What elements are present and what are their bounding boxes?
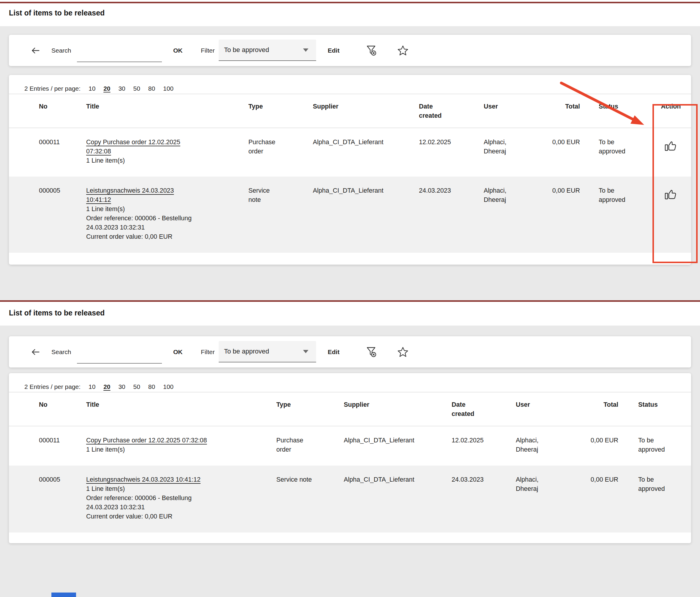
per-page-option-10[interactable]: 10 [89, 85, 95, 92]
cell-title: Leistungsnachweis 24.03.2023 10:41:12 1 … [86, 176, 248, 253]
released-items-table: No Title Type Supplier Date created User… [9, 94, 691, 253]
col-header-supplier: Supplier [313, 94, 419, 128]
back-arrow-icon[interactable] [30, 46, 41, 55]
entries-per-page-bar: 2 Entries / per page: 10 20 30 50 80 100 [9, 373, 691, 392]
cell-title: Copy Purchase order 12.02.2025 07:32:08 … [86, 128, 248, 176]
item-title-link[interactable]: Copy Purchase order 12.02.2025 07:32:08 [86, 437, 207, 444]
item-subline: 24.03.2023 10:32:31 [86, 503, 276, 512]
item-subline: 24.03.2023 10:32:31 [86, 223, 248, 232]
table-row: 000005 Leistungsnachweis 24.03.2023 10:4… [9, 465, 691, 532]
ok-button[interactable]: OK [173, 336, 183, 367]
cell-status: To be approved [620, 426, 691, 465]
col-header-type: Type [276, 392, 344, 426]
item-subline: 1 Line item(s) [86, 484, 276, 494]
edit-button[interactable]: Edit [328, 35, 340, 66]
col-header-total: Total [565, 392, 620, 426]
clear-filter-icon[interactable] [365, 44, 378, 57]
item-title-link[interactable]: 10:41:12 [86, 196, 111, 204]
approve-thumbs-up-button[interactable] [664, 139, 678, 153]
items-table-card: 2 Entries / per page: 10 20 30 50 80 100… [9, 373, 691, 543]
toolbar: Search OK Filter To be approved Edit [9, 336, 691, 367]
search-label: Search [51, 336, 71, 367]
per-page-option-50[interactable]: 50 [133, 383, 140, 390]
col-header-action: Action [651, 94, 691, 128]
entries-per-page-bar: 2 Entries / per page: 10 20 30 50 80 100 [9, 75, 691, 94]
bottom-blue-bar [51, 593, 76, 597]
per-page-option-50[interactable]: 50 [133, 85, 140, 92]
edit-button[interactable]: Edit [328, 336, 340, 367]
per-page-option-20-selected[interactable]: 20 [103, 85, 110, 92]
per-page-option-100[interactable]: 100 [163, 383, 174, 390]
back-arrow-icon[interactable] [30, 347, 41, 357]
item-title-link[interactable]: Leistungsnachweis 24.03.2023 10:41:12 [86, 476, 201, 483]
col-header-title: Title [86, 392, 276, 426]
col-header-type: Type [248, 94, 313, 128]
clear-filter-icon[interactable] [365, 345, 378, 359]
cell-no: 000005 [9, 176, 86, 253]
per-page-option-100[interactable]: 100 [163, 85, 174, 92]
cell-type: Service note [248, 176, 313, 253]
col-header-date-created: Date created [452, 392, 516, 426]
cell-total: 0,00 EUR [532, 176, 586, 253]
item-subline: 1 Line item(s) [86, 205, 248, 214]
table-header-row: No Title Type Supplier Date created User… [9, 94, 691, 128]
page-title: List of items to be released [9, 9, 105, 17]
cell-action [651, 176, 691, 253]
per-page-option-20-selected[interactable]: 20 [103, 383, 110, 390]
favorite-star-icon[interactable] [396, 345, 409, 359]
cell-action [651, 128, 691, 176]
cell-type: Purchase order [276, 426, 344, 465]
favorite-star-icon[interactable] [396, 44, 409, 57]
item-subline: Current order value: 0,00 EUR [86, 512, 276, 521]
filter-dropdown[interactable]: To be approved [219, 40, 316, 61]
item-title-link[interactable]: 07:32:08 [86, 148, 111, 155]
item-subline: Current order value: 0,00 EUR [86, 232, 248, 241]
items-table-card: 2 Entries / per page: 10 20 30 50 80 100… [9, 75, 691, 265]
col-header-user: User [516, 392, 565, 426]
col-header-no: No [9, 94, 86, 128]
table-row: 000005 Leistungsnachweis 24.03.2023 10:4… [9, 176, 691, 253]
table-row: 000011 Copy Purchase order 12.02.2025 07… [9, 128, 691, 176]
item-subline: Order reference: 000006 - Bestellung [86, 214, 248, 223]
per-page-option-80[interactable]: 80 [148, 383, 155, 390]
item-title-link[interactable]: Copy Purchase order 12.02.2025 [86, 139, 180, 146]
per-page-option-30[interactable]: 30 [118, 85, 125, 92]
cell-type: Purchase order [248, 128, 313, 176]
section-divider-line [0, 2, 700, 3]
toolbar: Search OK Filter To be approved Edit [9, 35, 691, 66]
per-page-option-10[interactable]: 10 [89, 383, 95, 390]
search-input[interactable] [77, 351, 162, 364]
cell-date-created: 24.03.2023 [452, 465, 516, 532]
search-input[interactable] [77, 49, 162, 62]
item-title-link[interactable]: Leistungsnachweis 24.03.2023 [86, 187, 174, 194]
cell-status: To be approved [620, 465, 691, 532]
caret-down-icon [303, 48, 308, 52]
approve-thumbs-up-button[interactable] [664, 188, 678, 201]
per-page-option-80[interactable]: 80 [148, 85, 155, 92]
cell-no: 000005 [9, 465, 86, 532]
filter-label: Filter [201, 35, 215, 66]
filter-dropdown-value: To be approved [224, 40, 269, 61]
section-divider-line [0, 300, 700, 302]
filter-dropdown-value: To be approved [224, 341, 269, 362]
cell-supplier: Alpha_CI_DTA_Lieferant [344, 426, 452, 465]
cell-no: 000011 [9, 426, 86, 465]
cell-title: Copy Purchase order 12.02.2025 07:32:08 … [86, 426, 276, 465]
cell-user: Alphaci, Dheeraj [516, 465, 565, 532]
col-header-no: No [9, 392, 86, 426]
cell-date-created: 24.03.2023 [419, 176, 484, 253]
cell-supplier: Alpha_CI_DTA_Lieferant [344, 465, 452, 532]
cell-total: 0,00 EUR [565, 465, 620, 532]
cell-user: Alphaci, Dheeraj [484, 128, 532, 176]
col-header-total: Total [532, 94, 586, 128]
filter-dropdown[interactable]: To be approved [219, 341, 316, 362]
table-row: 000011 Copy Purchase order 12.02.2025 07… [9, 426, 691, 465]
per-page-option-30[interactable]: 30 [118, 383, 125, 390]
cell-type: Service note [276, 465, 344, 532]
entries-summary: 2 Entries / per page: [24, 383, 80, 390]
caret-down-icon [303, 350, 308, 353]
cell-status: To be approved [586, 128, 651, 176]
cell-supplier: Alpha_CI_DTA_Lieferant [313, 176, 419, 253]
ok-button[interactable]: OK [173, 35, 183, 66]
col-header-supplier: Supplier [344, 392, 452, 426]
